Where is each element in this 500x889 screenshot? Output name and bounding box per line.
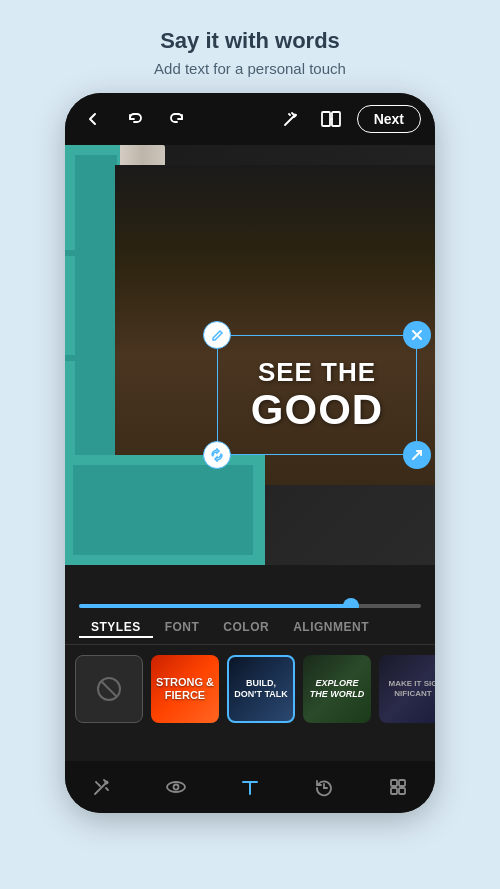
style-strong-fierce[interactable]: STRONG &FIERCE <box>151 655 219 723</box>
svg-line-8 <box>101 681 117 697</box>
undo-button[interactable] <box>121 105 149 133</box>
nav-text[interactable] <box>230 767 270 807</box>
style-tabs: STYLES FONT COLOR ALIGNMENT <box>65 608 435 645</box>
svg-point-11 <box>174 785 179 790</box>
close-handle[interactable] <box>403 321 431 349</box>
text-overlay[interactable]: SEE THE GOOD <box>217 335 417 455</box>
style-make-it-significant[interactable]: MAKE IT SIGNIFICANT <box>379 655 435 723</box>
image-area: SEE THE GOOD <box>65 145 435 565</box>
style-3-text: EXPLORETHE WORLD <box>310 678 365 700</box>
resize-handle[interactable] <box>403 441 431 469</box>
svg-rect-2 <box>332 112 340 126</box>
svg-rect-19 <box>399 788 405 794</box>
teal-bottom <box>65 455 265 565</box>
teal-bottom-inner <box>73 465 253 555</box>
svg-point-0 <box>293 114 296 117</box>
compare-button[interactable] <box>317 105 345 133</box>
text-content: SEE THE GOOD <box>251 358 383 433</box>
svg-rect-17 <box>399 780 405 786</box>
tab-alignment[interactable]: ALIGNMENT <box>281 616 381 638</box>
tab-font[interactable]: FONT <box>153 616 212 638</box>
redo-button[interactable] <box>163 105 191 133</box>
tab-color[interactable]: COLOR <box>211 616 281 638</box>
style-none[interactable] <box>75 655 143 723</box>
tab-styles[interactable]: STYLES <box>79 616 153 638</box>
bottom-nav <box>65 761 435 813</box>
page-header: Say it with words Add text for a persona… <box>134 0 366 93</box>
nav-eye[interactable] <box>156 767 196 807</box>
style-2-text: BUILD,DON'T TALK <box>234 678 287 700</box>
style-explore-world[interactable]: EXPLORETHE WORLD <box>303 655 371 723</box>
svg-rect-18 <box>391 788 397 794</box>
phone-frame: Next SEE THE <box>65 93 435 813</box>
svg-point-10 <box>167 782 185 792</box>
text-line1: SEE THE <box>251 358 383 387</box>
svg-rect-1 <box>322 112 330 126</box>
top-bar-left <box>79 105 191 133</box>
nav-layers[interactable] <box>378 767 418 807</box>
text-line2: GOOD <box>251 386 383 432</box>
edit-handle[interactable] <box>203 321 231 349</box>
page-title: Say it with words <box>154 28 346 54</box>
next-button[interactable]: Next <box>357 105 421 133</box>
page-subtitle: Add text for a personal touch <box>154 60 346 77</box>
photo-background: SEE THE GOOD <box>65 145 435 565</box>
nav-magic[interactable] <box>82 767 122 807</box>
style-4-text: MAKE IT SIGNIFICANT <box>389 679 435 698</box>
style-1-text: STRONG &FIERCE <box>156 676 214 702</box>
style-build-dont-talk[interactable]: BUILD,DON'T TALK <box>227 655 295 723</box>
svg-point-9 <box>105 781 109 785</box>
svg-line-6 <box>413 451 421 459</box>
top-bar: Next <box>65 93 435 145</box>
top-bar-right: Next <box>277 105 421 133</box>
styles-row: STRONG &FIERCE BUILD,DON'T TALK EXPLORET… <box>65 645 435 733</box>
wand-button[interactable] <box>277 105 305 133</box>
bottom-panel: STYLES FONT COLOR ALIGNMENT STRONG &FIER… <box>65 608 435 761</box>
rotate-handle[interactable] <box>203 441 231 469</box>
svg-rect-16 <box>391 780 397 786</box>
nav-history[interactable] <box>304 767 344 807</box>
back-button[interactable] <box>79 105 107 133</box>
